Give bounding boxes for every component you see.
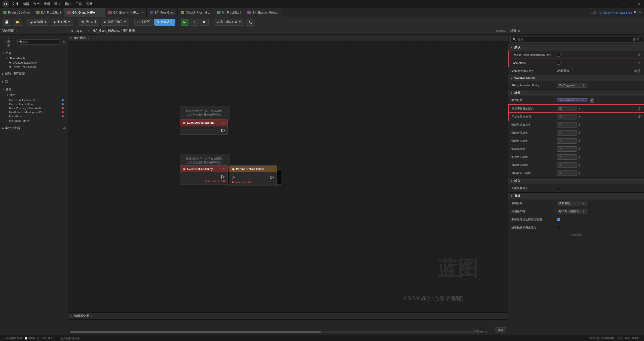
- status-cmd[interactable]: > Cmd ▼: [42, 337, 53, 340]
- tab-da-frost[interactable]: DA_FrostGiant: [33, 8, 64, 17]
- settings-icon[interactable]: ⚙: [637, 37, 640, 41]
- disabled-node-2-menu[interactable]: ⋮: [226, 155, 229, 158]
- montages-add-btn[interactable]: ⊕: [634, 68, 637, 73]
- section-events-header[interactable]: ▶ 事件分发器 ⊕: [0, 125, 68, 131]
- sidebar-item-onend-ability[interactable]: ◆ Event OnEndAbility: [0, 65, 68, 69]
- instancing-policy-dropdown[interactable]: 每个Actor实例化 ▼: [557, 209, 587, 214]
- compile-dropdown-icon[interactable]: ▼: [44, 21, 47, 23]
- parent-class-value[interactable]: GA Enemy Hit React Base: [599, 11, 632, 14]
- nav-back-icon[interactable]: ◀: [76, 29, 79, 33]
- panel-collapse-icon[interactable]: ⊡: [70, 36, 72, 40]
- open-button[interactable]: 📂: [13, 19, 22, 26]
- tab-bp-frost[interactable]: BP_FrostGiant: [147, 8, 178, 17]
- target-block-dropdown[interactable]: 空: [557, 170, 577, 176]
- find-button[interactable]: 🔍 🔍 查找: [79, 19, 99, 26]
- var-face-attack[interactable]: FaceAttack: [0, 114, 68, 118]
- graph-canvas[interactable]: 点击右键新建节点 此节点被禁用，将不会被调用。 从引脚连出引线来编译功能。 ⋮ …: [68, 42, 508, 312]
- class-defaults-button[interactable]: ✎ 类默认值: [154, 19, 175, 26]
- activate-required-dropdown[interactable]: 空: [557, 130, 577, 136]
- class-settings-button[interactable]: ⚙ 类设置: [134, 19, 153, 26]
- menu-help[interactable]: 帮助: [86, 2, 93, 6]
- activate-owned-dropdown[interactable]: 空: [557, 122, 577, 127]
- tab-close-ga-giant[interactable]: ×: [100, 11, 102, 15]
- details-close[interactable]: ×: [518, 29, 520, 33]
- section-graph-header[interactable]: ▼ 图表: [0, 50, 68, 56]
- warrior-ability-header[interactable]: ▼ Warrior Ability: [508, 75, 644, 81]
- add-button[interactable]: + + 添加: [2, 36, 14, 48]
- cmd-input-area[interactable]: [55, 337, 586, 340]
- block-tags-arrow[interactable]: ▼: [579, 115, 581, 118]
- menu-edit[interactable]: 编辑: [23, 2, 29, 6]
- target-required-arrow[interactable]: ▼: [578, 164, 581, 166]
- var-mark-pending[interactable]: Mark Pending Kill on Abilit: [0, 106, 68, 110]
- disabled-node-menu[interactable]: ⋮: [226, 108, 229, 110]
- hide-unrelated-button[interactable]: 👁 隐藏不相关 ▼: [101, 19, 129, 26]
- sidebar-search-box[interactable]: 🔍: [17, 39, 59, 45]
- target-block-arrow[interactable]: ▼: [578, 172, 581, 175]
- activate-node-menu[interactable]: ⋮: [219, 121, 222, 124]
- graph-layout-btn[interactable]: ⊞: [70, 29, 73, 33]
- var-has-hit-react[interactable]: HasHitReactMontagestoPI: [0, 110, 68, 114]
- minimize-btn[interactable]: —: [620, 2, 627, 6]
- advanced-header[interactable]: ▼ 高级: [508, 193, 644, 199]
- tag-expand-btn[interactable]: ▼: [590, 98, 594, 103]
- tab-ga-enemy[interactable]: GA_Enemy_HitR... ×: [105, 8, 147, 17]
- pause-button[interactable]: ⏸: [190, 19, 199, 26]
- instancing-policy-value[interactable]: 每个Actor实例化 ▼: [557, 209, 641, 214]
- parent-class-search-icon[interactable]: 🔍: [633, 11, 637, 14]
- nav-forward-icon[interactable]: ▶: [80, 29, 83, 33]
- my-blueprints-close[interactable]: ×: [16, 29, 18, 33]
- section-variables-header[interactable]: ▼ 变量: [0, 87, 68, 92]
- input-header[interactable]: ▼ 输入: [508, 178, 644, 184]
- activate-block-dropdown[interactable]: 空: [557, 138, 577, 144]
- menu-file[interactable]: 文件: [12, 2, 19, 6]
- menu-asset[interactable]: 资产: [33, 2, 40, 6]
- source-block-dropdown[interactable]: 空: [557, 154, 577, 160]
- parent-onend-node[interactable]: ◆ Parent: OnEndAbility ⋮ ▷ ▷ Was Cancell…: [229, 165, 277, 186]
- window-controls[interactable]: — □ ×: [620, 2, 642, 6]
- menu-debug[interactable]: 调试: [54, 2, 61, 6]
- activation-policy-value[interactable]: On Triggered ▼: [557, 83, 641, 88]
- debug-dropdown-icon[interactable]: ▼: [239, 21, 241, 23]
- tab-ga-giant[interactable]: GA_Giant_HitRe... ×: [64, 8, 105, 17]
- filter-icon[interactable]: ⊞: [633, 37, 636, 41]
- compiler-scrollbar[interactable]: [70, 331, 488, 333]
- var-montages-to-play[interactable]: MontagesToPlay ⠿: [0, 118, 68, 123]
- parent-was-cancelled-pin[interactable]: Was Cancelled: [232, 180, 274, 184]
- sidebar-item-event-graph[interactable]: ⬡ EventGraph: [0, 56, 68, 60]
- menu-tools[interactable]: 工具: [75, 2, 82, 6]
- menu-view[interactable]: 查看: [44, 2, 50, 6]
- compiler-pagination[interactable]: 页面 ▼: [474, 329, 483, 333]
- cancel-tags-reset[interactable]: ↺: [637, 106, 641, 111]
- activate-exec-pin[interactable]: ▷: [183, 127, 225, 133]
- block-tags-reset[interactable]: ↺: [637, 114, 641, 119]
- face-attack-reset[interactable]: ↺: [637, 61, 641, 65]
- compiler-collapse-icon[interactable]: ⊡: [70, 314, 72, 318]
- menu-window[interactable]: 窗口: [65, 2, 71, 6]
- tab-feature-dev[interactable]: FeatureDevMap: [0, 8, 33, 17]
- tag-close-btn[interactable]: ×: [585, 99, 586, 102]
- hide-dropdown-icon[interactable]: ▼: [124, 21, 126, 23]
- tab-charm-frost[interactable]: CharM_Frost_Gi...: [178, 8, 214, 17]
- target-required-dropdown[interactable]: 空: [557, 162, 577, 168]
- tab-sk-enemy[interactable]: SK_Enemy_Frost...: [244, 8, 282, 17]
- debug-icon-btn[interactable]: 🐛: [246, 19, 255, 26]
- events-add-icon[interactable]: ⊕: [63, 126, 66, 130]
- activate-owned-arrow[interactable]: ▼: [578, 123, 581, 126]
- compile-button[interactable]: ◉ ◉ 编译 ▼: [27, 19, 49, 26]
- ability-subsection-header[interactable]: ▼ 能力: [0, 92, 68, 98]
- compiler-close[interactable]: ×: [91, 314, 93, 318]
- was-cancelled-pin[interactable]: Was Cancelled: [183, 179, 225, 183]
- status-output-log[interactable]: 📋 输出日志: [24, 336, 40, 340]
- section-functions-header[interactable]: ▶ 函数（5可覆盖）: [0, 71, 68, 77]
- section-macros-header[interactable]: ▶ 宏: [0, 79, 68, 84]
- face-attack-checkbox[interactable]: [557, 61, 560, 65]
- source-required-dropdown[interactable]: 空: [557, 146, 577, 152]
- block-tags-dropdown[interactable]: 空: [557, 114, 577, 119]
- activation-policy-dropdown[interactable]: On Triggered ▼: [557, 83, 587, 88]
- tab-mi-frost[interactable]: MI_FrostGiant: [214, 8, 244, 17]
- pagination-arrow[interactable]: ▼: [480, 330, 483, 333]
- tab-close-ga-enemy[interactable]: ×: [141, 11, 143, 15]
- tags-header[interactable]: ▼ 标签: [508, 90, 644, 96]
- retrigger-checkbox[interactable]: [557, 226, 560, 229]
